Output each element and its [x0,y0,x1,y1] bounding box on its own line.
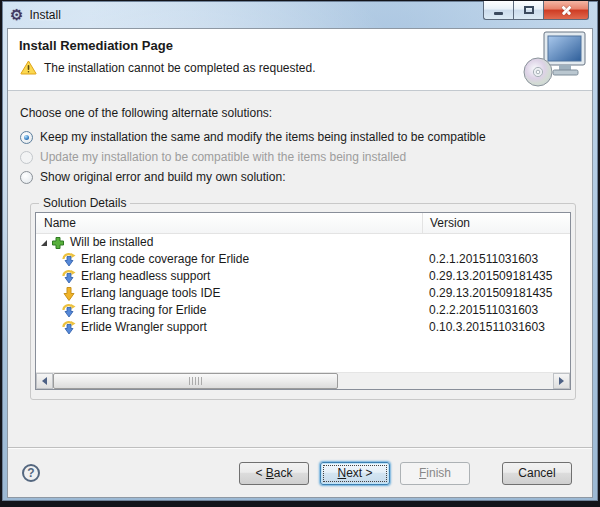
finish-button: Finish [400,462,470,485]
help-button[interactable]: ? [22,464,40,482]
column-header-version[interactable]: Version [422,213,470,233]
version-cell: 0.10.3.201511031603 [429,319,545,336]
install-dialog-window: ⚙ Install Install Remediation Page [0,0,600,507]
solution-details-group: Solution Details Name Version Will be in… [30,203,576,400]
solution-details-table: Name Version Will be installed [35,212,571,390]
help-icon: ? [27,466,34,480]
tree-row-label: Erlang tracing for Erlide [81,302,206,319]
radio-option-keep-installation[interactable]: Keep my installation the same and modify… [20,127,580,147]
tree-row-will-be-installed[interactable]: Will be installed [36,234,570,251]
installable-unit-icon [62,253,76,267]
error-message: The installation cannot be completed as … [44,61,316,75]
scrollbar-thumb[interactable] [53,373,338,389]
add-plus-icon [51,236,65,250]
version-cell: 0.29.13.201509181435 [429,285,552,302]
cancel-button[interactable]: Cancel [502,462,572,485]
version-cell: 0.2.2.201511031603 [429,302,538,319]
install-wizard-graphic-icon [523,31,587,89]
table-empty-area [36,336,570,372]
error-message-row: The installation cannot be completed as … [20,60,316,75]
radio-option-label[interactable]: Keep my installation the same and modify… [40,130,486,144]
tree-row[interactable]: Erlang code coverage for Erlide 0.2.1.20… [36,251,570,268]
radio-disabled-icon [20,151,33,164]
page-title: Install Remediation Page [19,38,173,53]
radio-option-label: Update my installation to be compatible … [40,150,406,164]
version-cell: 0.29.13.201509181435 [429,268,552,285]
warning-icon [20,60,37,75]
horizontal-scrollbar[interactable] [36,372,570,389]
column-header-name[interactable]: Name [36,216,76,230]
tree-row[interactable]: Erlang tracing for Erlide 0.2.2.20151103… [36,302,570,319]
scrollbar-grip-icon [189,377,202,385]
back-button[interactable]: < Back [239,462,309,485]
tree-row[interactable]: Erlang headless support 0.29.13.20150918… [36,268,570,285]
installable-unit-icon [62,270,76,284]
tree-row[interactable]: Erlang language tools IDE 0.29.13.201509… [36,285,570,302]
solution-details-label: Solution Details [39,196,130,210]
wizard-buttons: < Back Next > Finish Cancel [229,462,572,485]
scroll-left-icon [42,377,47,385]
titlebar[interactable]: ⚙ Install [3,2,597,27]
window-controls [483,1,589,20]
scrollbar-track[interactable] [53,373,553,389]
radio-option-label[interactable]: Show original error and build my own sol… [40,170,285,184]
alternate-solutions-prompt: Choose one of the following alternate so… [20,106,580,120]
table-header: Name Version [36,213,570,234]
window-title: Install [29,8,60,22]
installable-unit-icon [62,321,76,335]
wizard-body: Choose one of the following alternate so… [8,91,592,447]
radio-option-update-installation: Update my installation to be compatible … [20,147,580,167]
tree-row-label: Erlang code coverage for Erlide [81,251,249,268]
scroll-right-icon [559,377,564,385]
maximize-icon [524,6,534,14]
radio-selected-icon[interactable] [20,131,33,144]
minimize-button[interactable] [483,1,513,20]
radio-unselected-icon[interactable] [20,171,33,184]
tree-row-label: Erlide Wrangler support [81,319,207,336]
radio-option-show-original-error[interactable]: Show original error and build my own sol… [20,167,580,187]
downgrade-arrow-icon [62,287,76,301]
wizard-header: Install Remediation Page The installatio… [8,29,592,91]
wizard-dialog: Install Remediation Page The installatio… [7,28,593,498]
aero-frame: ⚙ Install Install Remediation Page [2,1,598,501]
tree-row-label: Erlang language tools IDE [81,285,220,302]
scroll-left-button[interactable] [36,373,53,389]
version-cell: 0.2.1.201511031603 [429,251,538,268]
close-button[interactable] [543,1,589,20]
minimize-icon [494,12,503,15]
button-bar: ? < Back Next > Finish Cancel [8,449,592,497]
next-button[interactable]: Next > [320,462,390,485]
scroll-right-button[interactable] [553,373,570,389]
expander-icon[interactable] [41,240,47,246]
tree-row-label: Erlang headless support [81,268,210,285]
tree-row[interactable]: Erlide Wrangler support 0.10.3.201511031… [36,319,570,336]
close-icon [560,4,573,17]
tree-row-label: Will be installed [70,234,153,251]
maximize-button[interactable] [513,1,543,20]
gear-icon: ⚙ [10,7,23,22]
installable-unit-icon [62,304,76,318]
